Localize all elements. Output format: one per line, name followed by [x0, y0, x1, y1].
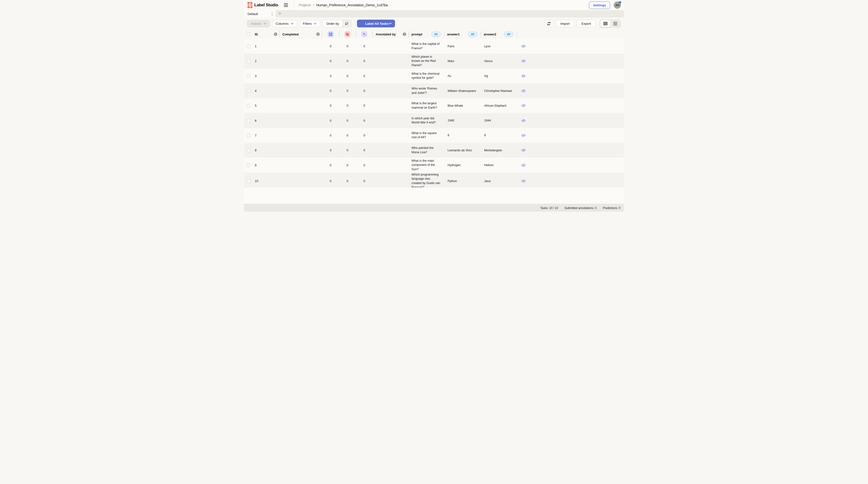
help-icon[interactable]: ? — [316, 32, 320, 36]
cell-predictions-count: 0 — [356, 83, 373, 98]
column-header-prompt[interactable]: prompt str — [409, 30, 444, 39]
row-select-cell — [244, 39, 253, 54]
column-header-cancelled[interactable] — [339, 30, 356, 39]
order-by-button[interactable]: Order by — [322, 20, 351, 27]
breadcrumb-projects-link[interactable]: Projects — [299, 3, 311, 7]
row-checkbox[interactable] — [247, 59, 250, 63]
cell-prompt: Which planet is known as the Red Planet? — [409, 54, 444, 68]
column-label-id: ID — [255, 32, 258, 36]
table-row[interactable]: 3 0 0 0 What is the chemical symbol for … — [244, 68, 624, 83]
list-view-button[interactable] — [600, 20, 610, 27]
help-icon[interactable]: ? — [403, 32, 406, 36]
table-row[interactable]: 1 0 0 0 What is the capital of France? P… — [244, 39, 624, 54]
select-all-checkbox[interactable] — [247, 32, 250, 36]
menu-icon[interactable] — [284, 2, 290, 8]
refresh-button[interactable] — [545, 20, 553, 27]
tab-strip: Default — [244, 10, 624, 18]
sort-direction-button[interactable] — [342, 20, 351, 27]
table-row[interactable]: 4 0 0 0 Who wrote 'Romeo and Juliet'? Wi… — [244, 83, 624, 98]
label-all-tasks-button[interactable]: Label All Tasks — [357, 20, 395, 27]
table-row[interactable]: 8 0 0 0 Who painted the Mona Lisa? Leona… — [244, 143, 624, 158]
row-checkbox[interactable] — [247, 89, 250, 93]
cell-annotated-by — [373, 39, 409, 54]
help-icon[interactable]: ? — [274, 32, 277, 36]
cell-predictions-count: 0 — [356, 173, 373, 190]
table-header: ID ? Completed ? — [244, 30, 624, 39]
tab-default[interactable]: Default — [244, 10, 276, 18]
add-tab-button[interactable] — [276, 10, 284, 18]
source-icon[interactable] — [521, 179, 526, 183]
row-checkbox[interactable] — [247, 104, 250, 108]
row-id: 4 — [253, 83, 279, 98]
cell-completed — [279, 68, 322, 83]
table-row[interactable]: 9 0 0 0 What is the main component of th… — [244, 158, 624, 172]
row-checkbox[interactable] — [247, 119, 250, 122]
breadcrumb-separator: / — [313, 3, 314, 7]
row-id: 7 — [253, 128, 279, 143]
cell-source — [517, 54, 530, 68]
cell-predictions-count: 0 — [356, 68, 373, 83]
row-checkbox[interactable] — [247, 45, 250, 48]
cell-annotations-count: 0 — [322, 98, 339, 113]
source-icon[interactable] — [521, 74, 526, 78]
table-row[interactable]: 10 0 0 0 Which programming language was … — [244, 173, 624, 188]
row-checkbox[interactable] — [247, 179, 250, 183]
column-header-id[interactable]: ID ? — [253, 30, 279, 39]
cell-filler — [530, 128, 624, 143]
export-button[interactable]: Export — [577, 20, 596, 27]
grid-view-button[interactable] — [610, 20, 620, 27]
cell-completed — [279, 173, 322, 190]
avatar[interactable]: AD — [614, 1, 621, 9]
cell-cancelled-count: 0 — [339, 143, 356, 158]
source-icon[interactable] — [521, 148, 526, 152]
filters-button[interactable]: Filters — [299, 20, 320, 27]
tab-menu-icon[interactable] — [271, 11, 273, 17]
column-header-answer2[interactable]: answer2 str — [481, 30, 517, 39]
column-header-annotations[interactable] — [322, 30, 339, 39]
annotations-column-icon — [328, 31, 334, 37]
columns-button[interactable]: Columns — [272, 20, 297, 27]
cell-answer1: Hydrogen — [444, 158, 481, 172]
column-header-completed[interactable]: Completed ? — [279, 30, 322, 39]
settings-button[interactable]: Settings — [589, 1, 610, 9]
cell-filler — [530, 143, 624, 158]
row-checkbox[interactable] — [247, 148, 250, 152]
table-row[interactable]: 2 0 0 0 Which planet is known as the Red… — [244, 54, 624, 68]
source-icon[interactable] — [521, 119, 526, 122]
source-icon[interactable] — [521, 104, 526, 107]
cell-answer1: Paris — [444, 39, 481, 54]
import-button[interactable]: Import — [556, 20, 575, 27]
grid-view-icon — [613, 22, 617, 26]
table-row[interactable]: 5 0 0 0 What is the largest mammal on Ea… — [244, 98, 624, 113]
cell-answer2: Lyon — [481, 39, 517, 54]
column-header-annotated-by[interactable]: Annotated by ? — [373, 30, 409, 39]
actions-button[interactable]: Actions — [247, 20, 270, 27]
predictions-column-icon — [361, 31, 367, 37]
cell-completed — [279, 83, 322, 98]
column-header-predictions[interactable] — [356, 30, 373, 39]
row-select-cell — [244, 158, 253, 172]
row-checkbox[interactable] — [247, 163, 250, 167]
sort-icon — [345, 22, 349, 25]
label-studio-logo[interactable]: Label Studio — [247, 1, 278, 9]
source-icon[interactable] — [521, 45, 526, 48]
cell-annotated-by — [373, 128, 409, 143]
cell-prompt: What is the main component of the Sun? — [409, 158, 444, 172]
cell-annotated-by — [373, 173, 409, 190]
cell-annotated-by — [373, 158, 409, 172]
table-row[interactable]: 7 0 0 0 What is the square root of 64? 8… — [244, 128, 624, 143]
table-row[interactable]: 6 0 0 0 In which year did World War II e… — [244, 113, 624, 128]
source-icon[interactable] — [521, 89, 526, 93]
source-icon[interactable] — [521, 164, 526, 167]
row-checkbox[interactable] — [247, 133, 250, 137]
row-checkbox[interactable] — [247, 74, 250, 78]
cell-answer1: Leonardo da Vinci — [444, 143, 481, 158]
cell-annotations-count: 0 — [322, 173, 339, 190]
source-icon[interactable] — [521, 134, 526, 137]
toolbar-right: Import Export — [545, 20, 621, 28]
add-tab-icon — [278, 11, 282, 17]
source-icon[interactable] — [521, 59, 526, 63]
avatar-initials: AD — [615, 4, 620, 6]
column-header-answer1[interactable]: answer1 str — [444, 30, 481, 39]
row-id: 5 — [253, 98, 279, 113]
